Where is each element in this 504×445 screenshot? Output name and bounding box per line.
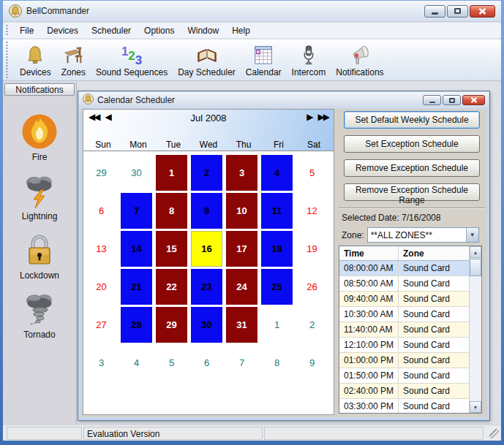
close-button[interactable]	[470, 5, 495, 18]
menu-item-help[interactable]: Help	[225, 23, 257, 38]
calendar-day-weekend[interactable]: 5	[296, 155, 328, 191]
sidebar-item-lockdown[interactable]: Lockdown	[3, 231, 76, 281]
calendar-day-default[interactable]: 28	[121, 307, 152, 343]
megaphone-icon	[349, 43, 371, 66]
toolbar-item-intercom[interactable]: Intercom	[287, 42, 331, 78]
menu-item-scheduler[interactable]: Scheduler	[85, 23, 138, 38]
calendar-day-exception[interactable]: 29	[156, 307, 187, 343]
sidebar-item-lightning[interactable]: Lightning	[3, 172, 76, 221]
calendar-day-exception[interactable]: 31	[226, 307, 257, 343]
title-bar: BellCommander	[3, 1, 501, 22]
calendar-window-titlebar[interactable]: Calendar Scheduler	[79, 92, 489, 108]
minimize-button[interactable]	[424, 5, 445, 18]
calendar-maximize-button[interactable]	[443, 95, 461, 105]
calendar-day-weekend[interactable]: 13	[86, 231, 117, 267]
toolbar-item-calendar[interactable]: Calendar	[241, 42, 287, 78]
table-row[interactable]: 11:40:00 AMSound Card	[339, 322, 469, 338]
toolbar-item-day-scheduler[interactable]: Day Scheduler	[173, 42, 241, 78]
calendar-day-exception[interactable]: 1	[156, 155, 187, 191]
cell-zone: Sound Card	[399, 368, 469, 383]
calendar-day-exception[interactable]: 10	[226, 193, 257, 229]
table-scrollbar[interactable]: ▲ ▼	[469, 246, 481, 413]
toolbar-grip	[6, 42, 8, 78]
calendar-day-weekend[interactable]: 20	[86, 269, 117, 305]
notifications-sidebar: Notifications FireLightningLockdownTorna…	[3, 82, 77, 425]
calendar-day-default[interactable]: 23	[191, 269, 222, 305]
calendar-day-weekend[interactable]: 26	[296, 269, 328, 305]
calendar-day-default[interactable]: 7	[121, 193, 152, 229]
day-header-sun: Sun	[86, 140, 121, 150]
calendar-day-weekend[interactable]: 6	[86, 193, 117, 229]
next-month-button[interactable]: ▶	[306, 112, 312, 122]
cell-time: 01:50:00 PM	[339, 368, 399, 383]
table-row[interactable]: 10:30:00 AMSound Card	[339, 307, 469, 322]
calendar-day-default[interactable]: 11	[261, 193, 293, 229]
calendar-header: ◀◀ ◀ Jul 2008 ▶ ▶▶ SunMonTueWedThuFriSat	[83, 110, 334, 151]
table-row[interactable]: 02:40:00 PMSound Card	[339, 384, 469, 399]
set-exception-schedule-button[interactable]: Set Exception Schedule	[344, 135, 480, 153]
column-header-zone[interactable]: Zone	[399, 246, 469, 260]
calendar-day-exception[interactable]: 22	[156, 269, 187, 305]
calendar-day-exception[interactable]: 8	[156, 193, 187, 229]
calendar-day-default[interactable]: 30	[191, 307, 222, 343]
scroll-down-icon[interactable]: ▼	[470, 401, 481, 413]
cell-zone: Sound Card	[399, 338, 469, 352]
calendar-day-other-month: 7	[226, 345, 257, 381]
calendar-day-exception[interactable]: 15	[156, 231, 187, 267]
set-default-weekly-schedule-button[interactable]: Set Default Weekly Schedule	[344, 111, 480, 129]
calendar-day-default[interactable]: 21	[121, 269, 152, 305]
sidebar-item-fire[interactable]: Fire	[3, 113, 76, 162]
calendar-day-exception[interactable]: 3	[226, 155, 257, 191]
menu-item-window[interactable]: Window	[181, 23, 225, 38]
cell-zone: Sound Card	[399, 307, 469, 322]
cell-time: 02:40:00 PM	[339, 384, 399, 398]
calendar-day-weekend[interactable]: 27	[86, 307, 117, 343]
table-row[interactable]: 09:40:00 AMSound Card	[339, 292, 469, 307]
sidebar-header[interactable]: Notifications	[4, 83, 75, 96]
table-row[interactable]: 08:50:00 AMSound Card	[339, 276, 469, 292]
calendar-day-default[interactable]: 25	[261, 269, 293, 305]
chevron-down-icon[interactable]: ▼	[466, 228, 478, 242]
numbers-123-icon: 123	[121, 43, 142, 66]
table-row[interactable]: 01:00:00 PMSound Card	[339, 353, 469, 368]
calendar-day-default[interactable]: 9	[191, 193, 222, 229]
scroll-up-icon[interactable]: ▲	[470, 246, 481, 258]
scrollbar-thumb[interactable]	[470, 259, 481, 276]
next-year-button[interactable]: ▶▶	[318, 112, 328, 122]
menu-item-file[interactable]: File	[13, 23, 40, 38]
calendar-day-default[interactable]: 2	[191, 155, 222, 191]
table-row[interactable]: 03:30:00 PMSound Card	[339, 399, 469, 414]
close-icon	[478, 8, 486, 15]
sidebar-item-tornado[interactable]: Tornado	[3, 290, 76, 340]
calendar-day-weekend[interactable]: 12	[296, 193, 328, 229]
calendar-day-exception[interactable]: 24	[226, 269, 257, 305]
calendar-day-other-month: 3	[86, 345, 117, 381]
status-version-text: Evaluation Version	[83, 427, 263, 440]
calendar-day-default[interactable]: 14	[121, 231, 152, 267]
menu-item-options[interactable]: Options	[138, 23, 181, 38]
column-header-time[interactable]: Time	[339, 246, 399, 260]
toolbar-item-label: Calendar	[246, 67, 282, 77]
calendar-day-default[interactable]: 18	[261, 231, 293, 267]
calendar-minimize-button[interactable]	[423, 95, 441, 105]
remove-exception-schedule-button[interactable]: Remove Exception Schedule	[344, 159, 480, 177]
toolbar-item-devices[interactable]: Devices	[15, 42, 56, 78]
table-row[interactable]: 12:10:00 PMSound Card	[339, 338, 469, 353]
table-row[interactable]: 08:00:00 AMSound Card	[339, 261, 469, 276]
calendar-day-weekend[interactable]: 19	[296, 231, 328, 267]
maximize-button[interactable]	[447, 5, 468, 18]
table-row[interactable]: 01:50:00 PMSound Card	[339, 368, 469, 384]
toolbar-item-sound-sequences[interactable]: 123Sound Sequences	[91, 42, 173, 78]
toolbar: DevicesZones123Sound SequencesDay Schedu…	[3, 39, 501, 81]
calendar-day-exception[interactable]: 17	[226, 231, 257, 267]
schedule-table: TimeZone 08:00:00 AMSound Card08:50:00 A…	[339, 246, 482, 414]
calendar-day-default[interactable]: 4	[261, 155, 293, 191]
menu-item-devices[interactable]: Devices	[40, 23, 85, 38]
toolbar-item-zones[interactable]: Zones	[56, 42, 91, 78]
toolbar-item-notifications[interactable]: Notifications	[331, 42, 388, 78]
calendar-day-selected[interactable]: 16	[191, 231, 222, 267]
resize-grip[interactable]	[489, 429, 499, 438]
calendar-close-button[interactable]	[462, 95, 485, 105]
zone-dropdown[interactable]: **ALL ZONES** ▼	[367, 227, 479, 243]
remove-exception-schedule-range-button[interactable]: Remove Exception Schedule Range	[344, 183, 480, 201]
